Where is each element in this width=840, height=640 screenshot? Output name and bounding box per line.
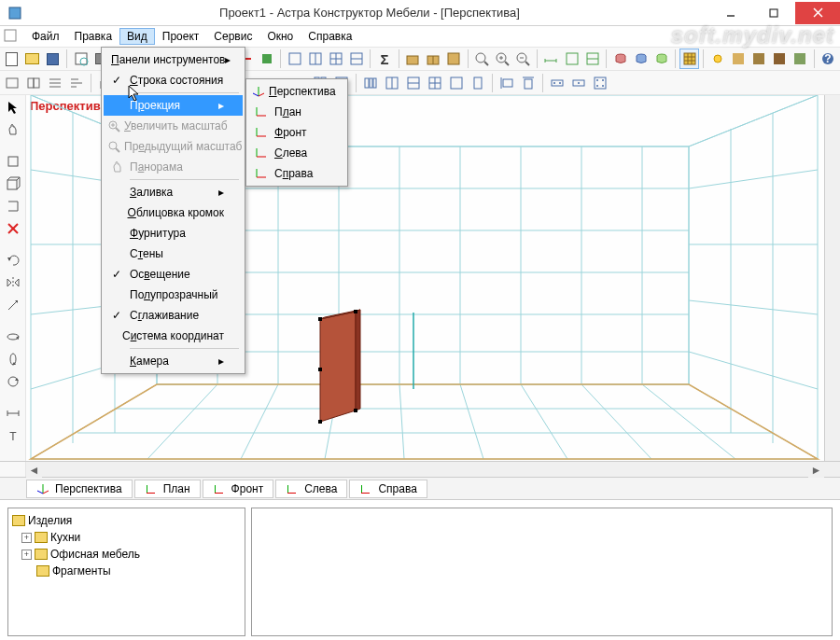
align-8[interactable] [468,73,488,93]
db-2[interactable] [631,49,651,69]
panel-object[interactable] [318,310,360,424]
sigma-button[interactable]: Σ [374,49,394,69]
db-1[interactable] [610,49,630,69]
mat-3[interactable] [770,49,790,69]
tb2-1[interactable] [2,73,22,93]
dd-camera[interactable]: Камера▸ [104,351,243,371]
pkg-2[interactable] [424,49,443,69]
db-3[interactable] [651,49,671,69]
dd-zoom-in[interactable]: Увеличить масштаб [104,116,243,136]
dd-coord[interactable]: Система координат [104,326,243,346]
tree-node-3[interactable]: Фрагменты [12,563,241,579]
tab-right[interactable]: Справа [349,480,427,498]
layout-3[interactable] [326,49,345,69]
maximize-button[interactable] [752,2,795,24]
vertical-scrollbar[interactable] [824,95,840,461]
scroll-right[interactable]: ► [808,462,824,478]
menu-service[interactable]: Сервис [206,28,259,45]
sub-left[interactable]: Слева [248,143,345,163]
dd-projection[interactable]: Проекция▸ [104,95,243,116]
sub-front[interactable]: Фронт [248,122,345,143]
tree-panel[interactable]: Изделия + Кухни + Офисная мебель Фрагмен… [7,508,245,636]
align-10[interactable] [518,73,539,93]
dim-3[interactable] [582,49,602,69]
tree-node-1[interactable]: + Кухни [12,529,241,546]
box-tool[interactable] [3,174,23,194]
layout-4[interactable] [346,49,366,69]
rotate-tool[interactable] [3,250,23,271]
dd-panorama[interactable]: Панорама [104,157,243,177]
mdi-icon[interactable] [4,29,19,44]
align-7[interactable] [446,73,467,93]
menu-file[interactable]: Файл [24,28,67,45]
dd-toolbars[interactable]: Панели инструментов▸ [104,49,243,70]
menu-window[interactable]: Окно [259,28,301,45]
pkg-1[interactable] [402,49,422,69]
text-tool[interactable]: T [3,425,23,446]
sub-perspective[interactable]: Перспектива [248,81,345,102]
tree-root[interactable]: Изделия [12,512,241,529]
layout-1[interactable] [285,49,304,69]
tb2-2[interactable] [23,73,44,93]
print-preview-button[interactable] [71,49,91,69]
menu-edit[interactable]: Правка [67,28,120,45]
dd-walls[interactable]: Стены [104,243,243,264]
cursor-tool[interactable] [3,97,23,118]
tool-b[interactable] [257,49,276,69]
align-3[interactable] [360,73,381,93]
dd-statusbar[interactable]: ✓Строка состояния [104,70,243,90]
help-button[interactable]: ? [819,49,838,69]
mat-4[interactable] [791,49,810,69]
tab-perspective[interactable]: Перспектива [26,480,133,498]
save-button[interactable] [43,49,63,69]
expand-icon[interactable]: + [21,533,32,543]
dd-prev-zoom[interactable]: Предыдущий масштаб [104,136,243,157]
dd-lighting[interactable]: ✓Освещение [104,264,243,285]
align-11[interactable] [547,73,567,93]
dd-edges[interactable]: Облицовка кромок [104,202,243,223]
scroll-left[interactable]: ◄ [26,462,42,478]
dd-transparent[interactable]: Полупрозрачный [104,285,243,305]
open-button[interactable] [22,49,42,69]
tb2-3[interactable] [45,73,65,93]
align-9[interactable] [497,73,517,93]
rotate-z-tool[interactable] [3,371,23,392]
tab-left[interactable]: Слева [275,480,347,498]
dd-smoothing[interactable]: ✓Сглаживание [104,305,243,326]
delete-tool[interactable] [3,218,23,239]
expand-icon[interactable]: + [21,550,32,560]
dd-fill[interactable]: Заливка▸ [104,182,243,202]
dim-1[interactable] [541,49,561,69]
align-4[interactable] [382,73,402,93]
rotate-y-tool[interactable] [3,349,23,369]
menu-help[interactable]: Справка [301,28,359,45]
mirror-tool[interactable] [3,272,23,293]
minimize-button[interactable] [709,2,752,24]
measure-tool[interactable] [3,403,23,424]
sub-plan[interactable]: План [248,102,345,122]
align-12[interactable] [568,73,589,93]
mat-1[interactable] [729,49,749,69]
close-button[interactable] [795,2,840,24]
sub-right[interactable]: Справа [248,163,345,184]
zoom-out-button[interactable] [513,49,533,69]
mat-2[interactable] [749,49,769,69]
align-13[interactable] [590,73,610,93]
layout-2[interactable] [305,49,325,69]
tb2-4[interactable] [66,73,87,93]
hand-tool[interactable] [3,119,23,140]
light-button[interactable] [707,49,727,69]
align-6[interactable] [425,73,445,93]
tab-plan[interactable]: План [134,480,201,498]
grid-toggle[interactable] [679,49,699,69]
align-5[interactable] [403,73,424,93]
zoom-ext-button[interactable] [472,49,492,69]
new-file-button[interactable] [2,49,21,69]
dd-hardware[interactable]: Фурнитура [104,223,243,243]
profile-tool[interactable] [3,196,23,216]
dim-2[interactable] [562,49,581,69]
tab-front[interactable]: Фронт [203,480,274,498]
menu-project[interactable]: Проект [155,28,207,45]
horizontal-scrollbar[interactable]: ◄ ► [0,461,840,477]
panel-tool[interactable] [3,151,23,172]
